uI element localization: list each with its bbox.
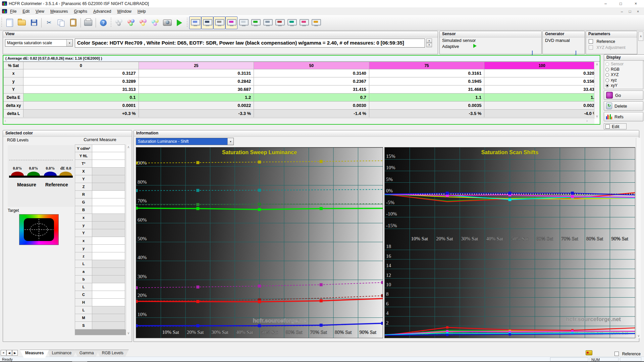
bottom-reference-checkbox[interactable] — [614, 352, 619, 356]
column-header-50[interactable]: 50 — [254, 62, 369, 69]
column-header-75[interactable]: 75 — [369, 62, 484, 69]
refs-button[interactable]: Refs — [604, 112, 643, 121]
scroll-down-icon[interactable]: ∨ — [636, 334, 641, 338]
scroll-down-icon[interactable]: ∨ — [594, 114, 600, 118]
measure-spinner[interactable]: ▲▼ — [426, 39, 432, 47]
measure-cell[interactable]: 1.1 — [484, 94, 600, 102]
measure-cell[interactable]: 0.3209 — [484, 69, 600, 77]
grayscale-view-icon[interactable] — [213, 16, 225, 29]
measure-cell[interactable]: 31.468 — [369, 85, 484, 94]
gamma-view-icon[interactable] — [237, 16, 250, 29]
about-icon[interactable]: ? — [97, 16, 109, 29]
mdi-document-icon[interactable] — [2, 9, 7, 13]
bottom-reference-row[interactable]: Reference — [614, 351, 641, 357]
mdi-minimize-button[interactable]: – — [618, 8, 626, 14]
measure-cell[interactable]: 1.2 — [139, 94, 254, 102]
measure-cell[interactable]: 0.0020 — [484, 102, 600, 110]
measure-cell[interactable]: 0.1945 — [369, 77, 484, 85]
radio-icon[interactable] — [605, 68, 609, 71]
spin-down-icon[interactable]: ▼ — [426, 43, 432, 47]
grid-measures-view-icon[interactable] — [201, 16, 213, 29]
measure-cell[interactable]: -1.4 % — [254, 110, 369, 118]
tab-measures[interactable]: Measures — [20, 350, 49, 358]
measure-cell[interactable]: 31.313 — [23, 85, 139, 94]
sensor-config-icon[interactable] — [113, 16, 125, 29]
radio-icon[interactable] — [605, 73, 609, 77]
measure-cell[interactable]: 0.0001 — [23, 102, 139, 110]
current-measure-scrollbar[interactable]: ∧ ∨ — [126, 144, 131, 336]
measure-cell[interactable]: 0.0035 — [369, 102, 484, 110]
run-measures-icon[interactable] — [173, 16, 185, 29]
cut-icon[interactable]: ✂ — [43, 16, 55, 29]
camera-icon[interactable] — [161, 16, 173, 29]
minimize-button[interactable]: – — [598, 0, 613, 7]
print-icon[interactable] — [82, 16, 94, 29]
copy-icon[interactable] — [55, 16, 67, 29]
menu-item-help[interactable]: Help — [135, 8, 149, 15]
toolbar-gripper[interactable] — [1, 18, 3, 28]
cie-chart-view-icon[interactable] — [298, 16, 310, 29]
secondaries-measure-icon[interactable] — [149, 16, 161, 29]
restore-button[interactable]: □ — [613, 0, 628, 7]
measure-cell[interactable]: +0.3 % — [23, 110, 139, 118]
reference-checkbox[interactable] — [589, 39, 593, 44]
rgb-levels-view-icon[interactable] — [274, 16, 286, 29]
measure-cell[interactable]: -3.3 % — [139, 110, 254, 118]
scroll-up-icon[interactable]: ∧ — [126, 144, 131, 149]
measure-cell[interactable]: 30.687 — [139, 85, 254, 94]
measure-cell[interactable]: 0.7 — [254, 94, 369, 102]
measure-cell[interactable]: 0.2367 — [254, 77, 369, 85]
measure-cell[interactable]: 0.0022 — [139, 102, 254, 110]
display-option-rgb[interactable]: RGB — [605, 67, 642, 72]
menu-item-window[interactable]: Window — [114, 8, 135, 15]
toolbar-gripper[interactable] — [110, 18, 112, 28]
go-button[interactable]: Go — [604, 90, 643, 100]
measure-cell[interactable]: 0.1 — [23, 94, 139, 102]
save-icon[interactable] — [28, 16, 40, 29]
display-option-xyz[interactable]: xyz — [605, 77, 642, 83]
information-scrollbar[interactable]: ∨ — [636, 138, 641, 338]
menu-item-advanced[interactable]: Advanced — [90, 8, 114, 15]
open-file-icon[interactable] — [16, 16, 28, 29]
display-option-xyy[interactable]: xyY — [605, 83, 642, 88]
edit-checkbox[interactable] — [605, 124, 610, 129]
measures-vertical-scrollbar[interactable]: ∧ ∨ — [594, 62, 600, 119]
delete-button[interactable]: ↻ Delete — [604, 101, 643, 111]
measure-cell[interactable]: 31.415 — [254, 85, 369, 94]
display-option-xyz[interactable]: XYZ — [605, 72, 642, 77]
measure-cell[interactable]: 0.3289 — [23, 77, 139, 85]
mdi-close-button[interactable]: × — [634, 8, 642, 14]
measure-cell[interactable]: -4.0 % — [484, 110, 600, 118]
menu-item-edit[interactable]: Edit — [19, 8, 33, 15]
menu-item-measures[interactable]: Measures — [47, 8, 71, 15]
tab-close-button[interactable]: ✕ — [1, 350, 6, 356]
panel-scroll-up-icon[interactable]: ∧ — [638, 32, 643, 41]
radio-icon[interactable] — [605, 84, 609, 87]
scroll-up-icon[interactable]: ∧ — [594, 62, 600, 66]
toolbar-gripper[interactable] — [186, 18, 189, 28]
chevron-down-icon[interactable]: ▼ — [66, 40, 72, 46]
nearwhite-view-icon[interactable] — [262, 16, 274, 29]
tab-prev-button[interactable]: ◀ — [6, 350, 12, 356]
measure-cell[interactable]: 0.1562 — [484, 77, 600, 85]
column-header-0[interactable]: 0 — [23, 62, 139, 69]
chevron-down-icon[interactable]: ▼ — [227, 138, 233, 145]
column-header-25[interactable]: 25 — [139, 62, 254, 69]
scroll-down-icon[interactable]: ∨ — [126, 331, 131, 335]
measures-table[interactable]: % Sat0255075100x0.31270.31310.31400.3161… — [3, 62, 600, 118]
paste-icon[interactable] — [67, 16, 79, 29]
measure-cell[interactable]: 0.3127 — [23, 69, 139, 77]
menu-item-view[interactable]: View — [33, 8, 47, 15]
menu-item-graphs[interactable]: Graphs — [71, 8, 90, 15]
measure-cell[interactable]: 0.2842 — [139, 77, 254, 85]
rgb-measure-icon[interactable] — [125, 16, 137, 29]
edit-checkbox-row[interactable]: Edit — [604, 123, 627, 129]
measures-horizontal-scrollbar[interactable]: ‹› — [3, 118, 594, 124]
nearblack-view-icon[interactable] — [250, 16, 262, 29]
measure-cell[interactable]: 0.3140 — [254, 69, 369, 77]
close-button[interactable]: × — [628, 0, 643, 7]
measure-cell[interactable]: 0.0030 — [254, 102, 369, 110]
measure-cell[interactable]: 1.1 — [369, 94, 484, 102]
reference-checkbox-row[interactable]: Reference — [589, 38, 615, 44]
measure-cell[interactable]: 0.3161 — [369, 69, 484, 77]
